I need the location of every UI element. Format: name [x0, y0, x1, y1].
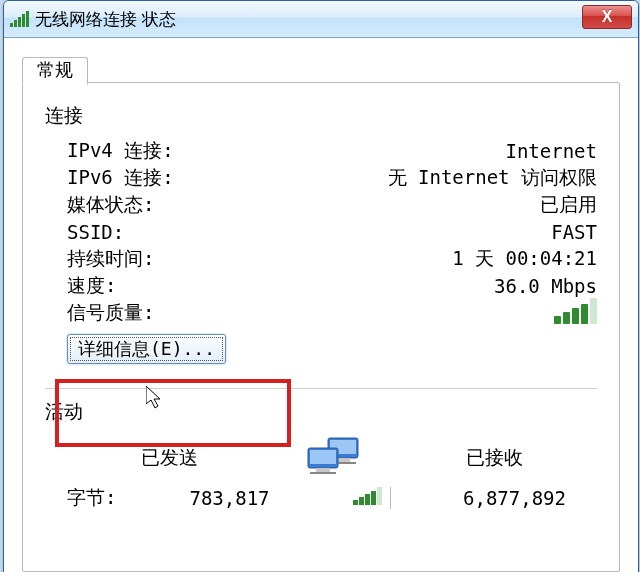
signal-label: 信号质量:	[67, 300, 154, 326]
ipv6-value: 无 Internet 访问权限	[388, 165, 597, 191]
svg-rect-6	[316, 468, 330, 472]
separator	[45, 388, 597, 389]
ipv4-label: IPv4 连接:	[67, 138, 174, 164]
signal-strength-icon	[554, 298, 597, 324]
details-button[interactable]: 详细信息(E)...	[67, 334, 226, 364]
activity-signal-icon	[353, 487, 382, 505]
activity-section-label: 活动	[45, 399, 597, 425]
speed-label: 速度:	[67, 273, 116, 299]
client-area: 常规 连接 IPv4 连接:Internet IPv6 连接:无 Interne…	[4, 38, 638, 572]
received-label: 已接收	[392, 445, 597, 471]
close-icon: X	[602, 8, 613, 26]
signal-bars	[417, 276, 597, 350]
duration-label: 持续时间:	[67, 246, 154, 272]
sent-value: 783,817	[147, 487, 312, 509]
ssid-value: FAST	[551, 221, 597, 243]
tab-panel: 常规 连接 IPv4 连接:Internet IPv6 连接:无 Interne…	[22, 82, 620, 572]
ipv4-value: Internet	[505, 140, 597, 162]
ipv6-label: IPv6 连接:	[67, 165, 174, 191]
activity-grid: 已发送	[67, 433, 597, 513]
media-label: 媒体状态:	[67, 192, 154, 218]
svg-rect-7	[310, 472, 336, 474]
mid-separator	[312, 487, 432, 509]
svg-rect-5	[310, 450, 336, 464]
activity-icon	[272, 434, 392, 482]
titlebar[interactable]: 无线网络连接 状态 X	[4, 1, 638, 38]
connection-grid: IPv4 连接:Internet IPv6 连接:无 Internet 访问权限…	[67, 137, 597, 326]
close-button[interactable]: X	[582, 5, 632, 29]
bytes-label: 字节:	[67, 485, 147, 511]
tab-general[interactable]: 常规	[22, 57, 88, 85]
ssid-label: SSID:	[67, 221, 124, 243]
window-title: 无线网络连接 状态	[35, 8, 176, 31]
received-value: 6,877,892	[432, 487, 597, 509]
wifi-signal-icon	[10, 11, 29, 27]
duration-value: 1 天 00:04:21	[452, 246, 597, 272]
media-value: 已启用	[540, 192, 597, 218]
status-window: 无线网络连接 状态 X 常规 连接 IPv4 连接:Internet IPv6 …	[3, 0, 639, 572]
sent-label: 已发送	[67, 445, 272, 471]
connection-section-label: 连接	[45, 103, 597, 129]
